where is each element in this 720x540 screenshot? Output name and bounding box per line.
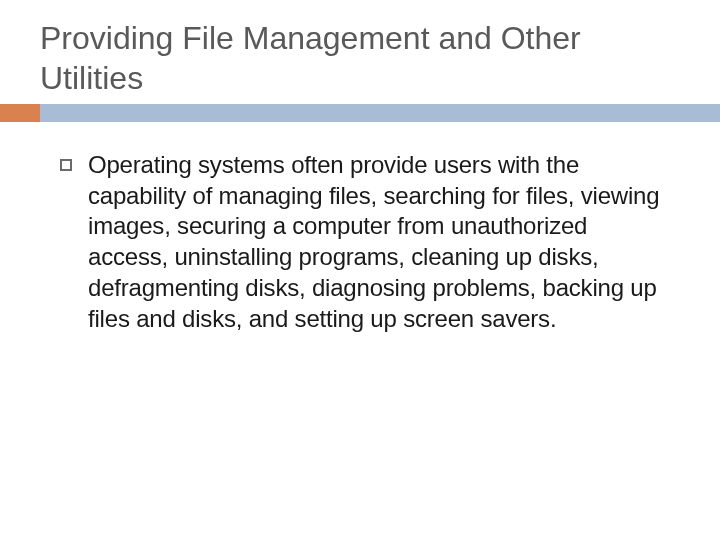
square-bullet-icon [60,159,72,171]
accent-orange-block [0,104,40,122]
bullet-item: Operating systems often provide users wi… [60,150,660,334]
content-area: Operating systems often provide users wi… [0,122,720,334]
accent-underline [0,104,720,122]
body-text: Operating systems often provide users wi… [88,150,660,334]
slide-title: Providing File Management and Other Util… [40,18,680,98]
accent-blue-bar [40,104,720,122]
title-area: Providing File Management and Other Util… [0,0,720,98]
